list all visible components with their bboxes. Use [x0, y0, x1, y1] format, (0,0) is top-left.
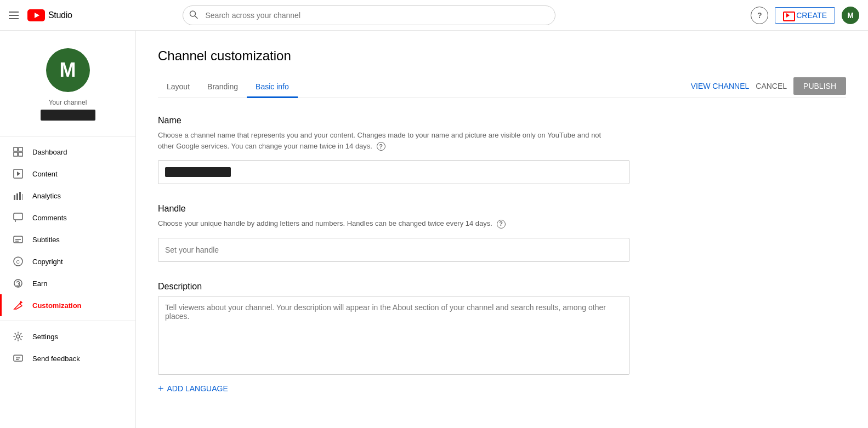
sidebar-item-label: Earn [32, 279, 47, 288]
youtube-logo-icon [27, 9, 45, 21]
tab-layout[interactable]: Layout [158, 77, 198, 98]
plus-icon: + [158, 383, 164, 395]
sidebar-item-label: Subtitles [32, 236, 60, 244]
sidebar-item-label: Copyright [32, 258, 63, 266]
sidebar-item-label: Dashboard [32, 148, 67, 156]
handle-section-title: Handle [158, 204, 846, 214]
hamburger-menu[interactable] [9, 12, 19, 19]
sidebar-item-label: Analytics [32, 192, 61, 200]
sidebar-item-label: Send feedback [32, 355, 80, 363]
top-nav-right: ? CREATE M [751, 7, 859, 24]
tabs-bar: Layout Branding Basic info VIEW CHANNEL … [158, 77, 846, 98]
sidebar-item-settings[interactable]: Settings [0, 326, 135, 347]
cancel-button[interactable]: CANCEL [756, 82, 787, 90]
name-input-value [165, 167, 231, 177]
sidebar-item-label: Content [32, 170, 58, 178]
name-section: Name Choose a channel name that represen… [158, 116, 846, 184]
sidebar-item-analytics[interactable]: Analytics [0, 185, 135, 207]
handle-help-icon[interactable]: ? [497, 220, 506, 229]
create-label: CREATE [796, 11, 827, 20]
handle-input[interactable] [158, 238, 629, 262]
add-language-label: ADD LANGUAGE [167, 384, 228, 393]
content-icon [13, 168, 24, 179]
add-language-button[interactable]: + ADD LANGUAGE [158, 383, 228, 395]
channel-name-bar [41, 110, 95, 121]
handle-section-desc: Choose your unique handle by adding lett… [158, 218, 608, 229]
sidebar-item-label: Settings [32, 333, 58, 341]
analytics-icon [13, 190, 24, 201]
svg-rect-14 [14, 213, 22, 220]
svg-line-3 [195, 16, 198, 19]
tab-branding[interactable]: Branding [198, 77, 247, 98]
search-input[interactable] [183, 5, 555, 25]
svg-rect-12 [19, 192, 21, 200]
sidebar-item-send-feedback[interactable]: Send feedback [0, 347, 135, 369]
svg-rect-5 [19, 147, 22, 151]
sidebar-item-comments[interactable]: Comments [0, 207, 135, 229]
channel-label: Your channel [49, 99, 87, 106]
svg-rect-10 [14, 195, 15, 200]
name-section-desc: Choose a channel name that represents yo… [158, 130, 608, 151]
comments-icon [13, 212, 24, 223]
view-channel-button[interactable]: VIEW CHANNEL [691, 82, 750, 90]
app-body: M Your channel Dashboard [0, 31, 868, 428]
sidebar-item-label: Customization [32, 301, 82, 310]
main-content: Channel customization Layout Branding Ba… [136, 31, 868, 428]
sidebar-item-label: Comments [32, 214, 67, 222]
dashboard-icon [13, 146, 24, 157]
svg-rect-11 [16, 193, 18, 200]
search-bar [183, 5, 555, 25]
handle-section: Handle Choose your unique handle by addi… [158, 204, 846, 262]
earn-icon [13, 278, 24, 289]
copyright-icon: C [13, 256, 24, 267]
name-section-title: Name [158, 116, 846, 125]
sidebar-item-customization[interactable]: Customization [0, 294, 135, 316]
channel-info: M Your channel [0, 39, 135, 132]
create-button[interactable]: CREATE [775, 7, 835, 24]
sidebar-item-subtitles[interactable]: Subtitles [0, 229, 135, 250]
help-button[interactable]: ? [751, 7, 768, 24]
sidebar-item-earn[interactable]: Earn [0, 272, 135, 294]
name-help-icon[interactable]: ? [377, 142, 385, 151]
customization-icon [13, 300, 24, 311]
channel-avatar: M [46, 48, 90, 92]
studio-label: Studio [48, 10, 72, 20]
user-avatar[interactable]: M [842, 7, 859, 24]
sidebar-divider-top [0, 136, 135, 136]
svg-rect-13 [22, 194, 22, 200]
settings-icon [13, 331, 24, 342]
page-title: Channel customization [158, 48, 846, 64]
top-nav: Studio ? CREATE M [0, 0, 868, 31]
description-section-title: Description [158, 282, 846, 292]
sidebar-divider-bottom [0, 321, 135, 321]
svg-rect-4 [14, 147, 18, 151]
svg-point-23 [16, 335, 20, 338]
svg-marker-9 [17, 172, 20, 176]
svg-text:C: C [16, 259, 20, 265]
create-icon [783, 12, 793, 19]
logo-area: Studio [27, 9, 72, 21]
description-section: Description + ADD LANGUAGE [158, 282, 846, 395]
tab-actions: VIEW CHANNEL CANCEL PUBLISH [691, 77, 846, 98]
svg-rect-7 [19, 152, 22, 156]
feedback-icon [13, 353, 24, 364]
sidebar-item-copyright[interactable]: C Copyright [0, 250, 135, 272]
description-input[interactable] [158, 296, 629, 375]
sidebar: M Your channel Dashboard [0, 31, 136, 428]
svg-rect-6 [14, 152, 18, 156]
tab-basic-info[interactable]: Basic info [247, 77, 298, 98]
subtitles-icon [13, 234, 24, 245]
publish-button[interactable]: PUBLISH [793, 77, 846, 95]
sidebar-item-dashboard[interactable]: Dashboard [0, 141, 135, 163]
name-input-wrapper [158, 160, 629, 184]
sidebar-item-content[interactable]: Content [0, 163, 135, 185]
search-icon [189, 10, 198, 20]
